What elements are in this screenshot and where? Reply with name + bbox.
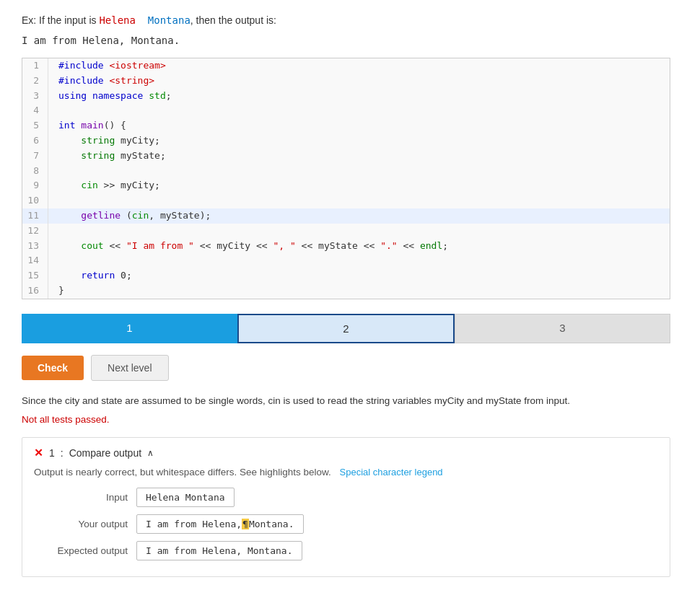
expected-value: I am from Helena, Montana. (136, 541, 302, 560)
input-row: Input Helena Montana (34, 488, 658, 507)
line-number-9: 9 (22, 178, 48, 193)
code-line-5: 5 int main() { (22, 118, 670, 133)
expected-output-row: Expected output I am from Helena, Montan… (34, 541, 658, 560)
code-line-13: 13 cout << "I am from " << myCity << ", … (22, 239, 670, 254)
code-line-16: 16 } (22, 283, 670, 299)
tab-3[interactable]: 3 (455, 314, 670, 343)
line-code-1: #include <iostream> (48, 58, 670, 74)
line-code-2: #include <string> (48, 74, 670, 89)
input-value: Helena Montana (136, 488, 235, 507)
line-number-3: 3 (22, 89, 48, 104)
line-code-9: cin >> myCity; (48, 178, 670, 193)
code-line-9: 9 cin >> myCity; (22, 178, 670, 193)
code-line-3: 3 using namespace std; (22, 89, 670, 104)
action-buttons: Check Next level (22, 355, 670, 381)
code-line-2: 2 #include <string> (22, 74, 670, 89)
line-code-5: int main() { (48, 118, 670, 133)
output-note: Output is nearly correct, but whitespace… (34, 467, 658, 478)
tabs-container: 1 2 3 (22, 314, 670, 343)
line-number-15: 15 (22, 268, 48, 283)
whitespace-highlight: ¶ (242, 519, 249, 529)
fail-icon: ✕ (34, 446, 43, 459)
test-header: ✕ 1 : Compare output ∧ (34, 446, 658, 459)
your-output-row: Your output I am from Helena, ¶Montana. (34, 514, 658, 534)
line-number-2: 2 (22, 74, 48, 89)
code-line-15: 15 return 0; (22, 268, 670, 283)
test-title: Compare output (69, 447, 141, 459)
line-code-11: getline (cin, myState); (48, 208, 670, 224)
line-code-16: } (48, 283, 670, 299)
code-line-7: 7 string myState; (22, 149, 670, 164)
code-line-6: 6 string myCity; (22, 133, 670, 149)
code-line-4: 4 (22, 103, 670, 118)
line-number-11: 11 (22, 208, 48, 224)
your-output-before: I am from Helena, (146, 519, 242, 529)
your-output-value: I am from Helena, ¶Montana. (136, 514, 304, 534)
your-output-after: Montana. (249, 519, 294, 529)
line-code-12 (48, 224, 670, 239)
line-code-8 (48, 164, 670, 179)
check-button[interactable]: Check (22, 356, 84, 380)
input-label: Input (34, 492, 128, 503)
line-number-5: 5 (22, 118, 48, 133)
line-code-6: string myCity; (48, 133, 670, 149)
chevron-up-icon[interactable]: ∧ (147, 448, 154, 458)
info-description: Since the city and state are assumed to … (22, 394, 670, 408)
expected-value-text: I am from Helena, Montana. (146, 545, 293, 556)
test-separator: : (61, 447, 63, 459)
line-code-7: string myState; (48, 149, 670, 164)
code-line-10: 10 (22, 193, 670, 208)
line-number-16: 16 (22, 283, 48, 299)
fail-message: Not all tests passed. (22, 413, 670, 427)
line-number-10: 10 (22, 193, 48, 208)
example-description: Ex: If the input is Helena Montana, then… (22, 14, 670, 26)
line-number-8: 8 (22, 164, 48, 179)
line-number-13: 13 (22, 239, 48, 254)
test-number: 1 (49, 447, 55, 459)
expected-label: Expected output (34, 545, 128, 556)
special-legend-link[interactable]: Special character legend (340, 467, 443, 478)
code-line-11: 11 getline (cin, myState); (22, 208, 670, 224)
input-value-text: Helena Montana (146, 492, 225, 503)
line-code-13: cout << "I am from " << myCity << ", " <… (48, 239, 670, 254)
line-code-4 (48, 103, 670, 118)
line-code-3: using namespace std; (48, 89, 670, 104)
test-result-container: ✕ 1 : Compare output ∧ Output is nearly … (22, 437, 670, 577)
example-output: I am from Helena, Montana. (22, 35, 670, 46)
code-line-14: 14 (22, 253, 670, 268)
line-number-12: 12 (22, 224, 48, 239)
line-number-7: 7 (22, 149, 48, 164)
line-number-6: 6 (22, 133, 48, 149)
line-number-4: 4 (22, 103, 48, 118)
next-level-button[interactable]: Next level (91, 355, 168, 381)
line-code-10 (48, 193, 670, 208)
output-note-text: Output is nearly correct, but whitespace… (34, 467, 331, 478)
code-editor: 1 #include <iostream> 2 #include <string… (22, 58, 670, 299)
tab-2[interactable]: 2 (237, 314, 455, 343)
your-output-label: Your output (34, 519, 128, 529)
line-number-14: 14 (22, 253, 48, 268)
tab-1[interactable]: 1 (22, 314, 237, 343)
line-number-1: 1 (22, 58, 48, 74)
code-line-1: 1 #include <iostream> (22, 58, 670, 74)
code-line-8: 8 (22, 164, 670, 179)
line-code-15: return 0; (48, 268, 670, 283)
line-code-14 (48, 253, 670, 268)
code-line-12: 12 (22, 224, 670, 239)
